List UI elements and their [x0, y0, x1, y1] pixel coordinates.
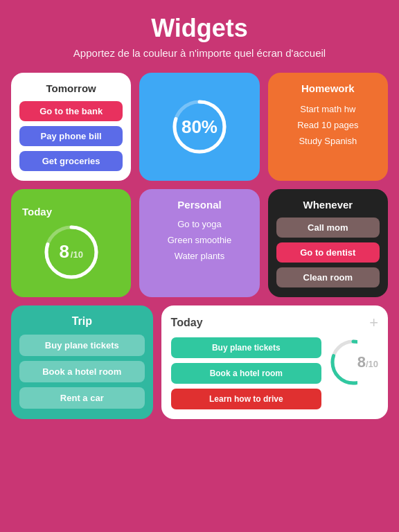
list-item[interactable]: Buy plane tickets [171, 337, 321, 358]
list-item[interactable]: Buy plane tickets [19, 335, 145, 356]
progress-circle-green: 8 /10 [42, 223, 100, 281]
progress-circle-blue: 80% [170, 98, 229, 156]
list-item[interactable]: Go to the bank [19, 101, 123, 121]
widget-personal: Personal Go to yoga Green smoothie Water… [139, 189, 259, 297]
detail-current: 8 [357, 353, 366, 371]
list-item[interactable]: Pay phone bill [19, 126, 123, 146]
top-row: Tomorrow Go to the bank Pay phone bill G… [11, 73, 388, 181]
trip-list: Buy plane tickets Book a hotel room Rent… [19, 335, 145, 409]
add-task-button[interactable]: + [369, 315, 378, 330]
widget-today-blue: 80% [139, 73, 259, 181]
list-item[interactable]: Book a hotel room [19, 361, 145, 382]
list-item[interactable]: Rent a car [19, 387, 145, 409]
widget-today-detail: Today + Buy plane tickets Book a hotel r… [161, 305, 388, 419]
list-item: Start math hw [276, 101, 380, 117]
detail-title: Today [171, 317, 203, 329]
today-green-total: /10 [71, 249, 83, 260]
today-blue-percent: 80% [181, 116, 218, 138]
list-item[interactable]: Book a hotel room [171, 363, 321, 384]
widget-whenever: Whenever Call mom Go to dentist Clean ro… [268, 189, 388, 297]
trip-title: Trip [72, 315, 92, 328]
list-item[interactable]: Go to dentist [276, 242, 380, 263]
list-item[interactable]: Get groceries [19, 151, 123, 171]
list-item: Water plants [148, 248, 251, 264]
detail-body: Buy plane tickets Book a hotel room Lear… [171, 337, 378, 409]
list-item: Study Spanish [276, 133, 380, 149]
list-item: Read 10 pages [276, 117, 380, 133]
detail-score: 8 /10 [357, 353, 378, 371]
personal-title: Personal [177, 199, 221, 211]
progress-circle-detail: 8 /10 [328, 337, 378, 387]
list-item: Green smoothie [148, 232, 251, 248]
detail-total: /10 [366, 359, 378, 369]
widget-homework: Homework Start math hw Read 10 pages Stu… [268, 73, 388, 181]
page-title: Widgets [151, 14, 248, 43]
homework-title: Homework [301, 82, 355, 94]
mid-row: Today 8 /10 Personal Go to yoga Green sm… [11, 189, 388, 297]
whenever-title: Whenever [303, 199, 353, 211]
list-item[interactable]: Learn how to drive [171, 389, 321, 409]
today-green-score: 8 /10 [59, 241, 83, 263]
detail-header: Today + [171, 315, 378, 330]
widget-trip: Trip Buy plane tickets Book a hotel room… [11, 305, 153, 419]
circle-svg-detail [328, 337, 357, 387]
detail-tasks: Buy plane tickets Book a hotel room Lear… [171, 337, 321, 409]
page-subtitle: Apportez de la couleur à n'importe quel … [73, 47, 326, 59]
tomorrow-title: Tomorrow [46, 82, 96, 94]
personal-list: Go to yoga Green smoothie Water plants [148, 216, 251, 264]
homework-list: Start math hw Read 10 pages Study Spanis… [276, 101, 380, 149]
list-item[interactable]: Clean room [276, 267, 380, 287]
today-green-current: 8 [59, 241, 69, 263]
bot-row: Trip Buy plane tickets Book a hotel room… [11, 305, 388, 419]
tomorrow-list: Go to the bank Pay phone bill Get grocer… [19, 101, 123, 171]
whenever-list: Call mom Go to dentist Clean room [276, 218, 380, 287]
list-item: Go to yoga [148, 216, 251, 232]
widget-tomorrow: Tomorrow Go to the bank Pay phone bill G… [11, 73, 131, 181]
list-item[interactable]: Call mom [276, 218, 380, 238]
widget-today-green: Today 8 /10 [11, 189, 131, 297]
today-green-label: Today [19, 206, 52, 218]
